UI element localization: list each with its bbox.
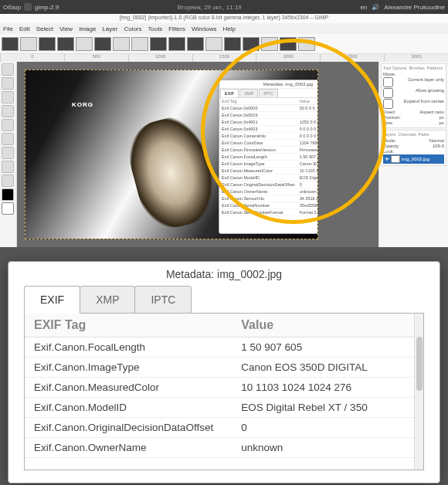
tool-icon[interactable] (2, 147, 14, 159)
canvas[interactable]: Metadata: img_0002.jpg EXIF XMP IPTC Exi… (25, 70, 318, 239)
thumb[interactable] (224, 37, 241, 51)
thumb[interactable] (2, 37, 19, 51)
ruler-mark: 500 (64, 54, 128, 62)
tab-iptc-small[interactable]: IPTC (259, 89, 278, 97)
eye-icon[interactable]: 👁 (385, 157, 389, 161)
thumb[interactable] (205, 37, 222, 51)
exif-row[interactable]: Exif.Canon.SerialNumberFormatFormat 2 (219, 209, 318, 216)
fg-color-swatch[interactable] (2, 188, 14, 201)
exif-row[interactable]: Exif.Canon.FocalLength1 50 907 605 (25, 337, 423, 358)
tool-icon[interactable] (2, 133, 14, 145)
menu-edit[interactable]: Edit (19, 25, 30, 32)
metadata-dialog-small: Metadata: img_0002.jpg EXIF XMP IPTC Exi… (219, 80, 318, 234)
mode-select[interactable]: Normal (429, 138, 444, 143)
tab-iptc[interactable]: IPTC (134, 286, 192, 314)
tab-paths[interactable]: Paths (419, 132, 429, 137)
thumb[interactable] (243, 37, 260, 51)
exif-row[interactable]: Exif.Canon.SerialNumber35nd55989 (219, 202, 318, 209)
tab-channels[interactable]: Channels (399, 132, 416, 137)
ruler-mark: 2000 (256, 54, 320, 62)
volume-icon: 🔊 (372, 4, 379, 11)
user-label[interactable]: Alexandre Prokoudine (384, 4, 445, 11)
exif-row[interactable]: Exif.Canon.0x40030 0 0 0 0 0 0 0 0 0 0 0… (219, 126, 318, 133)
metadata-dialog-zoomed: Metadata: img_0002.jpg EXIF XMP IPTC EXI… (8, 261, 440, 483)
exif-row[interactable]: Exif.Canon.MeasuredColor10 1103 1024 102… (25, 378, 423, 398)
label: Allow growing (416, 88, 444, 98)
menu-file[interactable]: File (3, 25, 13, 32)
tool-icon[interactable] (2, 77, 14, 90)
tool-icon[interactable] (2, 63, 14, 76)
thumb[interactable] (280, 37, 297, 51)
menu-select[interactable]: Select (36, 25, 53, 32)
exif-row[interactable]: Exif.Canon.OwnerNameunknown (25, 438, 423, 458)
thumb[interactable] (39, 37, 56, 51)
col-tag: EXIF Tag (25, 314, 232, 337)
menu-layer[interactable]: Layer (102, 25, 117, 32)
tool-icon[interactable] (2, 91, 14, 103)
tab-exif[interactable]: EXIF (24, 286, 80, 314)
expand-center-check[interactable] (383, 99, 393, 109)
thumb[interactable] (261, 37, 278, 51)
thumb[interactable] (150, 37, 167, 51)
tool-icon[interactable] (2, 105, 14, 117)
menu-filters[interactable]: Filters (168, 25, 185, 32)
tool-icon[interactable] (2, 175, 14, 187)
exif-table-small: Exif TagValue (219, 98, 318, 105)
exif-row[interactable]: Exif.Canon.ModelIDEOS Digital Rebel XT /… (219, 175, 318, 181)
exif-row[interactable]: Exif.Canon.ColorData1104 768 1024 1024 4… (219, 140, 318, 147)
clock-label: Вторник, 29 окт., 11:19 (59, 4, 360, 11)
tab-tool-options[interactable]: Tool Options (383, 66, 407, 70)
exif-row[interactable]: Exif.Canon.ImageTypeCanon EOS 350D DIGIT… (219, 161, 318, 168)
thumb[interactable] (94, 37, 111, 51)
tab-xmp[interactable]: XMP (80, 286, 135, 314)
col-value: Value (297, 98, 318, 105)
exif-row[interactable]: Exif.Canon.0x0019 (219, 112, 318, 119)
menu-tools[interactable]: Tools (148, 25, 163, 32)
thumb[interactable] (168, 37, 185, 51)
exif-row[interactable]: Exif.Canon.0x40011252 0 0 0 1657 857 151… (219, 119, 318, 126)
exif-row[interactable]: Exif.Canon.OwnerNameunknown (219, 188, 318, 195)
exif-row[interactable]: Exif.Canon.MeasuredColor10 1103 1024 102… (219, 168, 318, 175)
tool-icon[interactable] (2, 119, 14, 131)
thumb[interactable] (298, 37, 315, 51)
current-layer-check[interactable] (383, 77, 393, 87)
label: Move: (383, 72, 395, 76)
exif-row[interactable]: Exif.Canon.ModelIDEOS Digital Rebel XT /… (25, 398, 423, 418)
exif-row[interactable]: Exif.Canon.CameraInfo0 0 0 0 0 0 0 0 0 0… (219, 133, 318, 140)
thumb[interactable] (57, 37, 74, 51)
exif-row[interactable]: Exif.Canon.0x000050 0 0 0 (219, 105, 318, 112)
menu-image[interactable]: Image (79, 25, 96, 32)
tab-brushes[interactable]: Brushes (409, 66, 425, 70)
activities-label[interactable]: Обзор (3, 4, 21, 11)
tab-patterns[interactable]: Patterns (427, 66, 443, 70)
exif-row[interactable]: Exif.Canon.SensorInfo34 3516 2328 1 1 52… (219, 195, 318, 202)
app-icon (24, 3, 32, 11)
exif-row[interactable]: Exif.Canon.OriginalDecisionDataOffset0 (25, 418, 423, 438)
exif-row[interactable]: Exif.Canon.ImageTypeCanon EOS 350D DIGIT… (25, 358, 423, 378)
menu-view[interactable]: View (59, 25, 73, 32)
thumb[interactable] (76, 37, 93, 51)
tab-exif-small[interactable]: EXIF (220, 89, 239, 97)
label: Expand from center (404, 99, 444, 109)
label: Position: (383, 115, 401, 120)
tool-options-panel: Tool OptionsBrushesPatterns Move: Curren… (381, 63, 446, 128)
tab-xmp-small[interactable]: XMP (239, 89, 258, 97)
menu-windows[interactable]: Windows (192, 25, 216, 32)
exif-row[interactable]: Exif.Canon.OriginalDecisionDataOffset0 (219, 181, 318, 188)
tool-icon[interactable] (2, 161, 14, 173)
thumb[interactable] (113, 37, 130, 51)
menu-colors[interactable]: Colors (124, 25, 141, 32)
thumb[interactable] (131, 37, 148, 51)
allow-grow-check[interactable] (383, 88, 393, 98)
opacity-value[interactable]: 100.0 (433, 144, 444, 148)
menu-help[interactable]: Help (222, 25, 235, 32)
right-dock: Tool OptionsBrushesPatterns Move: Curren… (378, 62, 448, 263)
thumb[interactable] (20, 37, 37, 51)
thumb[interactable] (187, 37, 204, 51)
layer-row[interactable]: 👁 img_0002.jpg (383, 154, 444, 164)
scrollbar[interactable] (414, 314, 423, 470)
exif-row[interactable]: Exif.Canon.FocalLength1 50 907 605 (219, 154, 318, 161)
tab-layers[interactable]: Layers (383, 132, 396, 137)
bg-color-swatch[interactable] (2, 202, 14, 215)
exif-row[interactable]: Exif.Canon.FirmwareVersionFirmware 1.0.3 (219, 147, 318, 154)
